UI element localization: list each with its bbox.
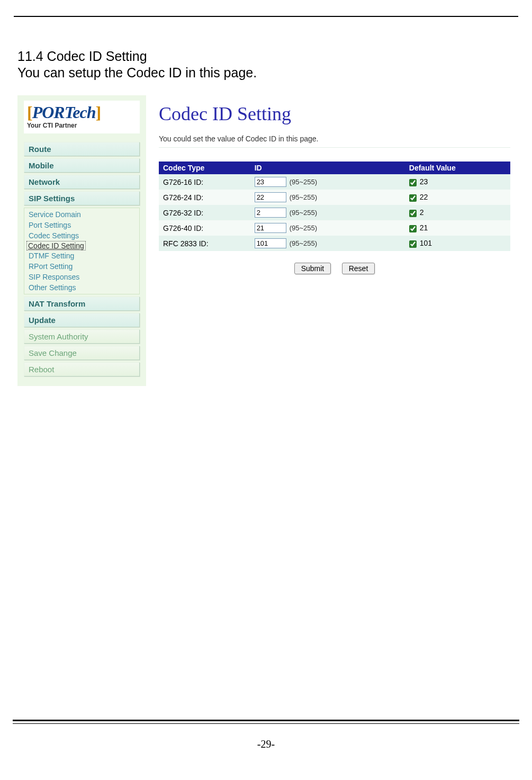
col-id: ID — [250, 162, 405, 174]
sublink-sip-responses[interactable]: SIP Responses — [26, 272, 137, 282]
codec-type-cell: RFC 2833 ID: — [159, 236, 250, 251]
sidebar-item-system-authority[interactable]: System Authority — [24, 329, 140, 344]
range-hint: (95~255) — [290, 209, 317, 217]
id-cell: (95~255) — [250, 220, 405, 236]
default-checkbox[interactable] — [409, 194, 417, 202]
id-input[interactable] — [255, 208, 286, 218]
id-input[interactable] — [255, 177, 286, 187]
sidebar-item-route[interactable]: Route — [24, 142, 140, 156]
sidebar-item-mobile[interactable]: Mobile — [24, 158, 140, 173]
app-screenshot: [PORTech] Your CTI Partner Route Mobile … — [17, 95, 515, 386]
default-checkbox[interactable] — [409, 210, 417, 217]
default-cell: 23 — [405, 174, 510, 190]
bracket-icon: [ — [27, 103, 32, 122]
sublink-port-settings[interactable]: Port Settings — [26, 220, 137, 230]
col-default-value: Default Value — [405, 162, 510, 174]
default-cell: 22 — [405, 190, 510, 205]
separator — [159, 147, 510, 148]
range-hint: (95~255) — [290, 193, 317, 201]
id-input[interactable] — [255, 238, 286, 248]
default-cell: 2 — [405, 205, 510, 220]
id-input[interactable] — [255, 223, 286, 233]
codec-table: Codec Type ID Default Value G726-16 ID:(… — [159, 162, 510, 251]
range-hint: (95~255) — [290, 224, 317, 232]
submit-button[interactable]: Submit — [294, 263, 331, 274]
sidebar-item-save-change[interactable]: Save Change — [24, 346, 140, 360]
default-value-label: 2 — [420, 208, 424, 217]
logo: [PORTech] Your CTI Partner — [24, 101, 140, 133]
default-cell: 101 — [405, 236, 510, 251]
section-description: You can setup the Codec ID in this page. — [17, 65, 515, 80]
default-value-label: 21 — [420, 223, 428, 232]
default-checkbox[interactable] — [409, 240, 417, 248]
section-heading: 11.4 Codec ID Setting — [17, 49, 515, 64]
sublink-other-settings[interactable]: Other Settings — [26, 282, 137, 293]
page-number: -29- — [0, 738, 532, 750]
document-content: 11.4 Codec ID Setting You can setup the … — [17, 49, 515, 386]
sublink-codec-settings[interactable]: Codec Settings — [26, 230, 137, 241]
id-input[interactable] — [255, 192, 286, 202]
sidebar-item-update[interactable]: Update — [24, 313, 140, 327]
codec-type-cell: G726-32 ID: — [159, 205, 250, 220]
bracket-icon: ] — [95, 103, 101, 122]
thick-rule — [13, 720, 519, 721]
sublink-dtmf-setting[interactable]: DTMF Setting — [26, 250, 137, 261]
footer-rules — [13, 720, 519, 724]
page-title: Codec ID Setting — [159, 103, 510, 125]
default-checkbox[interactable] — [409, 225, 417, 232]
button-row: Submit Reset — [159, 263, 510, 274]
range-hint: (95~255) — [290, 239, 317, 247]
id-cell: (95~255) — [250, 190, 405, 205]
range-hint: (95~255) — [290, 178, 317, 186]
codec-type-cell: G726-40 ID: — [159, 220, 250, 236]
id-cell: (95~255) — [250, 205, 405, 220]
table-row: G726-24 ID:(95~255)22 — [159, 190, 510, 205]
sidebar: [PORTech] Your CTI Partner Route Mobile … — [17, 95, 146, 386]
id-cell: (95~255) — [250, 174, 405, 190]
logo-subtitle: Your CTI Partner — [27, 122, 137, 129]
sidebar-item-reboot[interactable]: Reboot — [24, 362, 140, 376]
codec-type-cell: G726-24 ID: — [159, 190, 250, 205]
table-row: G726-16 ID:(95~255)23 — [159, 174, 510, 190]
sidebar-item-sip-settings[interactable]: SIP Settings — [24, 191, 140, 205]
thin-rule — [13, 723, 519, 724]
top-horizontal-rule — [14, 16, 518, 17]
main-panel: Codec ID Setting You could set the value… — [146, 95, 515, 279]
default-value-label: 23 — [420, 177, 428, 186]
table-row: G726-40 ID:(95~255)21 — [159, 220, 510, 236]
page-intro: You could set the value of Codec ID in t… — [159, 135, 510, 143]
logo-brand: PORTech — [32, 103, 96, 122]
sublink-service-domain[interactable]: Service Domain — [26, 209, 137, 220]
reset-button[interactable]: Reset — [342, 263, 375, 274]
table-row: RFC 2833 ID:(95~255)101 — [159, 236, 510, 251]
sublink-rport-setting[interactable]: RPort Setting — [26, 261, 137, 272]
default-value-label: 22 — [420, 193, 428, 201]
sidebar-item-nat-transform[interactable]: NAT Transform — [24, 297, 140, 311]
id-cell: (95~255) — [250, 236, 405, 251]
sidebar-item-network[interactable]: Network — [24, 175, 140, 189]
sublink-codec-id-setting[interactable]: Codec ID Setting — [26, 241, 86, 250]
sip-settings-submenu: Service Domain Port Settings Codec Setti… — [24, 208, 140, 294]
logo-text: [PORTech] — [27, 104, 137, 121]
default-checkbox[interactable] — [409, 179, 417, 186]
default-cell: 21 — [405, 220, 510, 236]
table-row: G726-32 ID:(95~255)2 — [159, 205, 510, 220]
default-value-label: 101 — [420, 239, 432, 247]
col-codec-type: Codec Type — [159, 162, 250, 174]
codec-type-cell: G726-16 ID: — [159, 174, 250, 190]
